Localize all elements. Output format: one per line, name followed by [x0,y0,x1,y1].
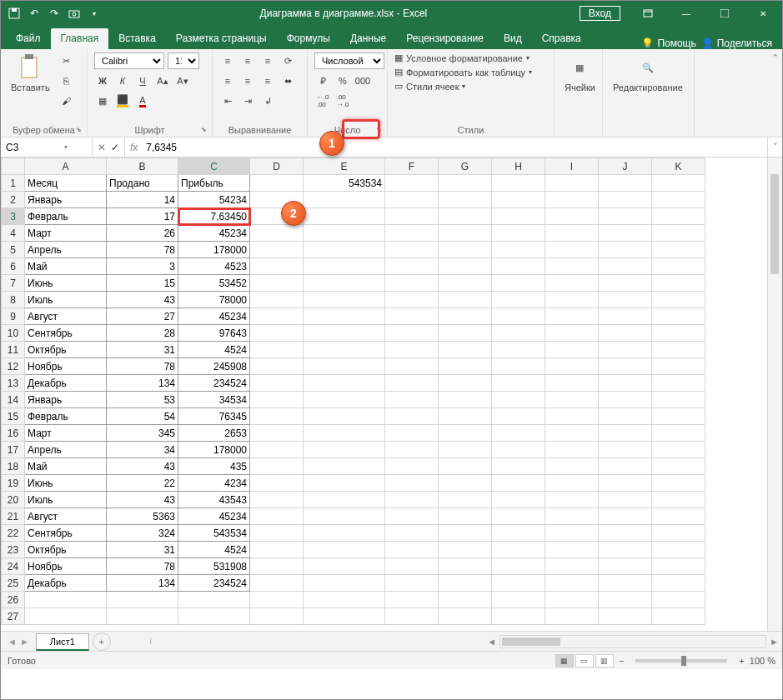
cells-button[interactable]: ▦Ячейки [561,52,599,94]
cell[interactable]: 76345 [178,408,250,425]
cell[interactable] [652,475,705,492]
cell[interactable]: Январь [25,392,107,408]
row-header[interactable]: 24 [2,558,25,575]
cell[interactable] [492,208,545,225]
comma-format-icon[interactable]: 000 [354,72,371,89]
cell[interactable] [545,608,599,625]
cell[interactable] [439,425,492,442]
cell[interactable] [652,442,705,458]
cell[interactable]: 34 [107,442,178,458]
cell[interactable] [439,592,492,608]
ribbon-options-icon[interactable] [629,1,667,26]
cell[interactable]: Продано [107,175,178,192]
cell[interactable] [304,542,385,558]
accounting-format-icon[interactable]: ₽ [314,72,331,89]
cell[interactable] [545,475,599,492]
cell[interactable] [385,192,439,208]
vertical-scrollbar[interactable] [767,158,782,631]
cell[interactable]: Сентябрь [25,325,107,342]
cell[interactable] [304,425,385,442]
cell[interactable] [492,258,545,275]
cell[interactable] [304,308,385,325]
minimize-icon[interactable]: — [667,1,705,26]
login-button[interactable]: Вход [580,6,620,21]
cell[interactable]: Март [25,425,107,442]
cell[interactable] [304,475,385,492]
cell[interactable]: 178000 [178,442,250,458]
cell[interactable] [545,442,599,458]
cell[interactable] [178,592,250,608]
paste-button[interactable]: Вставить [8,52,53,94]
close-icon[interactable]: ✕ [744,1,782,26]
cell-styles-button[interactable]: ▭Стили ячеек▾ [394,81,465,92]
cell[interactable]: Май [25,458,107,475]
cut-icon[interactable]: ✂ [58,52,75,69]
cell[interactable]: 34534 [178,392,250,408]
cell[interactable] [304,575,385,592]
row-header[interactable]: 19 [2,475,25,492]
tab-help[interactable]: Справка [532,28,591,49]
expand-formula-bar-icon[interactable]: ˅ [767,138,782,157]
cell[interactable] [652,358,705,375]
sheet-tab[interactable]: Лист1 [36,633,89,651]
tab-formulas[interactable]: Формулы [277,28,340,49]
cell[interactable] [250,325,304,342]
format-painter-icon[interactable]: 🖌 [58,92,75,109]
cell[interactable]: Месяц [25,175,107,192]
tab-data[interactable]: Данные [340,28,396,49]
cell[interactable] [250,225,304,242]
cell[interactable] [492,375,545,392]
cell[interactable] [545,392,599,408]
column-header[interactable]: G [439,158,492,175]
cell[interactable] [250,425,304,442]
cell[interactable] [439,408,492,425]
cell[interactable] [599,342,652,358]
cell[interactable]: 45234 [178,225,250,242]
cell[interactable]: Май [25,258,107,275]
cell[interactable]: Июль [25,492,107,508]
cell[interactable] [250,175,304,192]
bold-button[interactable]: Ж [94,72,111,89]
cell[interactable] [250,558,304,575]
cell[interactable] [304,492,385,508]
cell[interactable] [492,575,545,592]
cell[interactable] [492,175,545,192]
cell[interactable] [599,175,652,192]
cell[interactable] [250,542,304,558]
cell[interactable] [652,375,705,392]
cell[interactable] [599,575,652,592]
wrap-text-icon[interactable]: ↲ [259,92,276,109]
row-header[interactable]: 14 [2,392,25,408]
column-header[interactable]: K [652,158,705,175]
cell[interactable]: 43543 [178,492,250,508]
row-header[interactable]: 1 [2,175,25,192]
cell[interactable] [652,508,705,525]
cell[interactable]: 4524 [178,542,250,558]
cell[interactable]: 7,63450 [178,208,250,225]
cell[interactable] [545,458,599,475]
cell[interactable] [385,525,439,542]
percent-format-icon[interactable]: % [334,72,351,89]
cell[interactable] [492,292,545,308]
cell[interactable] [439,208,492,225]
cell[interactable] [599,508,652,525]
cell[interactable] [304,375,385,392]
row-header[interactable]: 3 [2,208,25,225]
row-header[interactable]: 4 [2,225,25,242]
fx-icon[interactable]: fx [125,138,143,157]
normal-view-icon[interactable]: ▦ [555,654,574,668]
cell[interactable] [599,592,652,608]
cell[interactable] [599,275,652,292]
cell[interactable] [250,242,304,258]
cell[interactable] [304,458,385,475]
decrease-indent-icon[interactable]: ⇤ [219,92,236,109]
tab-home[interactable]: Главная [51,28,109,49]
row-header[interactable]: 10 [2,325,25,342]
cell[interactable] [304,192,385,208]
cell[interactable] [385,392,439,408]
decrease-decimal-icon[interactable]: .00→.0 [334,92,351,109]
row-header[interactable]: 13 [2,375,25,392]
fill-color-icon[interactable]: ⬛ [114,92,131,109]
undo-icon[interactable]: ↶ [28,7,41,20]
row-header[interactable]: 20 [2,492,25,508]
